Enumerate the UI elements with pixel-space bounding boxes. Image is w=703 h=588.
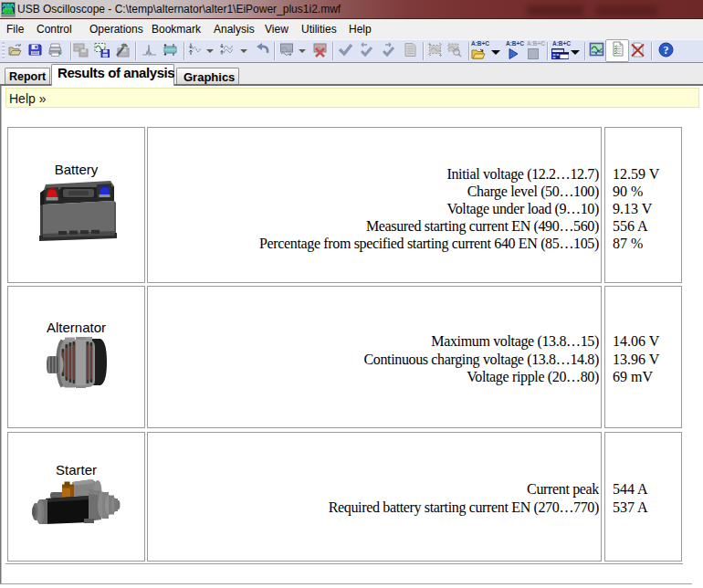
svg-text:?: ?	[664, 44, 669, 57]
